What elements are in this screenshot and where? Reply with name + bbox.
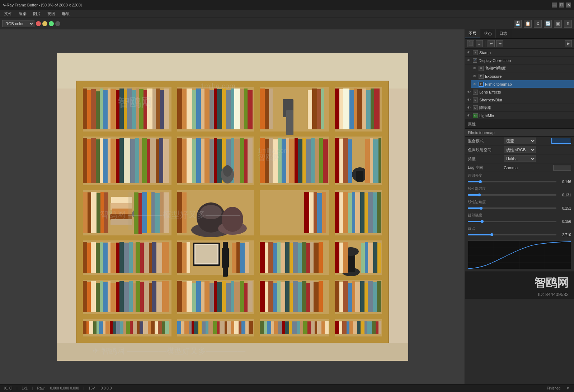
tl-green[interactable] (49, 21, 54, 26)
linear-angle-thumb[interactable] (480, 207, 483, 210)
linear-strength-val: 0.131 (559, 193, 571, 197)
svg-rect-294 (314, 282, 319, 312)
tab-status[interactable]: 状态 (480, 29, 496, 38)
white-point-val: 2.710 (559, 233, 571, 237)
svg-rect-87 (135, 138, 139, 183)
redo-icon[interactable]: ↪ (496, 40, 503, 47)
blend-mode-select[interactable]: 覆盖 (504, 138, 536, 144)
svg-rect-379 (361, 321, 364, 334)
svg-rect-269 (201, 282, 204, 312)
layer-display-correction[interactable]: 👁 Display Correction (465, 57, 574, 64)
layer-hue-sat[interactable]: 👁 H 色相/饱和度 (471, 64, 574, 72)
svg-rect-277 (234, 282, 240, 312)
svg-rect-340 (206, 321, 208, 334)
minimize-button[interactable]: — (552, 3, 557, 8)
menu-file[interactable]: 文件 (1, 10, 15, 17)
close-button[interactable]: ✕ (566, 3, 571, 8)
title-bar: V-Ray Frame Buffer - [50.0% of 2860 x 22… (0, 0, 574, 10)
svg-rect-207 (182, 243, 187, 273)
menu-options[interactable]: 选项 (59, 10, 72, 17)
svg-rect-131 (339, 139, 343, 183)
svg-rect-345 (225, 321, 227, 334)
svg-rect-224 (285, 242, 290, 273)
layer-eye-dc[interactable]: 👁 (466, 58, 471, 63)
toe-strength-thumb[interactable] (481, 220, 484, 223)
refresh-icon[interactable]: 🔄 (544, 20, 552, 28)
status-finished: Finished (545, 386, 562, 390)
linear-angle-track[interactable] (468, 207, 556, 209)
linear-strength-track[interactable] (468, 194, 556, 196)
layer-lightmix[interactable]: 👁 M LightMix (465, 112, 574, 120)
blend-mode-value[interactable]: 0.500 (551, 138, 571, 144)
svg-rect-174 (322, 192, 326, 233)
layer-add-icon[interactable]: ⬛ (467, 40, 474, 47)
layer-exposure[interactable]: 👁 E Exposure (471, 72, 574, 80)
menu-render[interactable]: 渲染 (16, 10, 29, 17)
svg-rect-188 (91, 242, 96, 273)
maximize-button[interactable]: ☐ (559, 3, 564, 8)
white-point-track[interactable] (468, 234, 556, 235)
expand-icon[interactable]: ▼ (565, 386, 571, 390)
layer-name-exp: Exposure (485, 74, 573, 78)
svg-rect-362 (292, 321, 297, 334)
svg-rect-72 (371, 89, 374, 129)
svg-rect-10 (76, 185, 389, 190)
layer-eye-lens[interactable]: 👁 (466, 90, 471, 95)
type-select[interactable]: Hakba (504, 156, 536, 162)
settings-arrow-icon[interactable]: ▶ (565, 40, 572, 47)
tl-red[interactable] (36, 21, 41, 26)
svg-rect-215 (236, 242, 240, 273)
svg-rect-121 (289, 139, 295, 183)
svg-rect-312 (99, 321, 103, 334)
svg-rect-336 (192, 321, 194, 334)
svg-rect-82 (116, 139, 119, 183)
tl-reset[interactable] (55, 21, 60, 26)
svg-rect-287 (285, 281, 290, 312)
svg-rect-319 (123, 321, 126, 334)
linear-strength-thumb[interactable] (478, 193, 481, 196)
toe-strength-track[interactable] (468, 221, 556, 222)
color-space-select[interactable]: 线性 sRGB (504, 147, 536, 153)
tl-yellow[interactable] (42, 21, 47, 26)
svg-rect-258 (140, 282, 144, 312)
export-icon[interactable]: ⬆ (564, 20, 572, 28)
menu-image[interactable]: 图片 (30, 10, 44, 17)
svg-rect-380 (364, 321, 367, 334)
svg-rect-241 (368, 243, 373, 273)
svg-rect-204 (156, 243, 162, 273)
channel-select[interactable]: RGB color (2, 20, 34, 27)
layer-eye-filmic[interactable]: 👁 (472, 82, 477, 87)
tab-layers[interactable]: 图层 (465, 29, 480, 38)
settings-icon[interactable]: ⚙ (534, 20, 542, 28)
gamma-value[interactable]: 1.000 (553, 165, 571, 171)
save-icon[interactable]: 💾 (514, 20, 522, 28)
shadow-strength-track[interactable] (468, 181, 556, 182)
undo-icon[interactable]: ↩ (488, 40, 495, 47)
tab-log[interactable]: 日志 (496, 29, 511, 38)
layer-filmic[interactable]: 👁 F Filmic tonemap (471, 80, 574, 88)
layer-stamp[interactable]: 👁 S Stamp (465, 49, 574, 57)
copy-icon[interactable]: 📋 (524, 20, 532, 28)
layer-denoise[interactable]: 👁 D 降噪器 (465, 104, 574, 112)
layer-checkbox-dc[interactable] (473, 58, 477, 63)
svg-rect-83 (119, 138, 124, 183)
layer-options-icon[interactable]: ≡ (476, 40, 483, 47)
svg-rect-79 (103, 139, 108, 183)
region-icon[interactable]: ▣ (554, 20, 562, 28)
svg-rect-252 (116, 282, 119, 312)
layer-eye-denoise[interactable]: 👁 (466, 105, 471, 110)
white-point-thumb[interactable] (490, 233, 493, 236)
layer-eye-stamp[interactable]: 👁 (466, 50, 471, 55)
layer-eye-hue[interactable]: 👁 (472, 66, 477, 71)
shadow-strength-thumb[interactable] (479, 180, 482, 183)
layer-lens[interactable]: 👁 L Lens Effects (465, 88, 574, 96)
image-area[interactable]: MATHEMATICS (0, 29, 465, 384)
layer-eye-sharp[interactable]: 👁 (466, 97, 471, 102)
layer-eye-exp[interactable]: 👁 (472, 74, 477, 79)
panel-tabs: 图层 状态 日志 (465, 29, 574, 39)
layer-sharpen[interactable]: 👁 B Sharpen/Blur (465, 96, 574, 104)
svg-rect-102 (210, 139, 214, 183)
menu-view[interactable]: 视图 (44, 10, 58, 17)
svg-rect-260 (149, 283, 152, 312)
layer-eye-lm[interactable]: 👁 (466, 113, 471, 118)
